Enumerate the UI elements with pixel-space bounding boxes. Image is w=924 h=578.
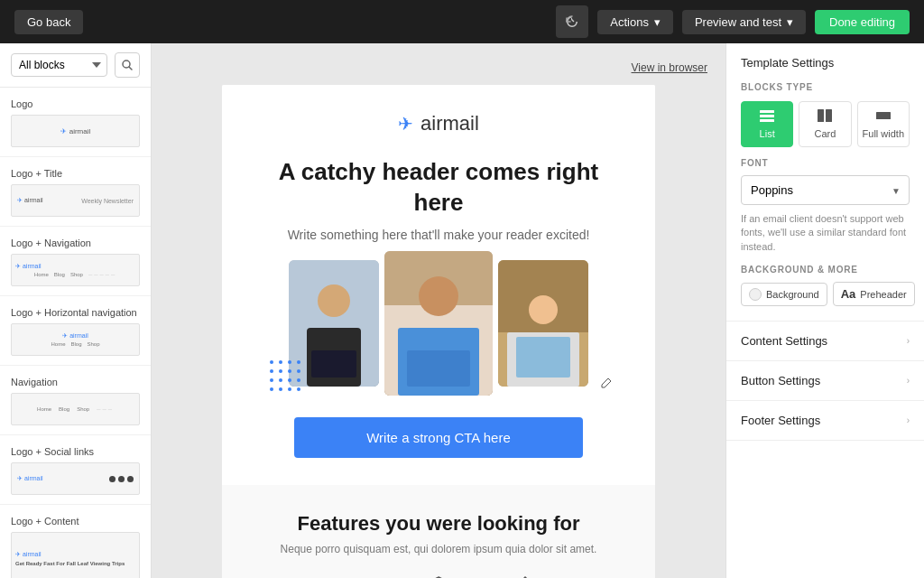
actions-button[interactable]: Actions ▾ [597,10,673,34]
blocks-filter-select[interactable]: All blocks [11,53,107,77]
svg-point-16 [288,387,291,391]
blocks-type-fullwidth-label: Full width [863,128,904,139]
sidebar-item-logo-content[interactable]: Logo + Content ✈ airmail Get Ready Fast … [0,505,151,578]
font-select-wrapper: Poppins Inter Roboto Open Sans ▼ [741,175,910,205]
sidebar-item-logo-social[interactable]: Logo + Social links ✈ airmail [0,435,151,505]
svg-point-4 [288,360,291,364]
background-color-swatch [749,288,762,301]
svg-point-7 [279,369,282,373]
done-editing-button[interactable]: Done editing [815,10,910,34]
svg-point-15 [279,387,282,391]
svg-point-6 [270,369,273,373]
sidebar-item-logo-nav-preview: ✈ airmail Home Blog Shop ───── [11,254,140,286]
blocks-type-card-button[interactable]: Card [799,101,851,147]
bg-label: BACKGROUND & MORE [741,265,910,275]
preview-button[interactable]: Preview and test ▾ [682,10,806,34]
svg-rect-39 [760,115,774,117]
history-icon [565,14,579,29]
content-settings-chevron-icon: › [907,336,910,346]
email-cta-button[interactable]: Write a strong CTA here [294,417,583,458]
features-icons-row [258,573,619,578]
svg-rect-41 [818,109,824,122]
footer-settings-chevron-icon: › [907,415,910,425]
preheader-label: Preheader [860,289,906,300]
history-button[interactable] [556,5,588,38]
header-right: Actions ▾ Preview and test ▾ Done editin… [556,5,910,38]
email-features-section: Features you were looking for Neque porr… [222,485,655,578]
background-button[interactable]: Background [741,283,827,306]
go-back-button[interactable]: Go back [14,10,83,34]
sidebar-item-logo-title-preview: ✈ airmail Weekly Newsletter [11,184,140,217]
footer-settings-header[interactable]: Footer Settings › [726,401,924,440]
preview-label: Preview and test [695,15,781,29]
svg-point-24 [419,276,458,316]
sidebar-item-logo[interactable]: Logo ✈ airmail [0,88,151,157]
main-layout: All blocks Logo ✈ airmail Logo + Title [0,43,924,578]
sidebar-item-nav-preview: Home Blog Shop ─── [11,393,140,425]
blocks-type-label: BLOCKS TYPE [741,82,910,92]
email-logo-icon: ✈ [398,113,413,135]
svg-rect-40 [760,119,774,122]
button-settings-chevron-icon: › [907,376,910,386]
header-left: Go back [14,10,83,34]
svg-point-13 [297,378,300,382]
sidebar-item-logo-preview: ✈ airmail [11,115,140,147]
blocks-type-buttons: List Card [741,101,910,147]
blocks-type-list-button[interactable]: List [741,101,793,147]
sidebar-search-button[interactable] [115,52,140,78]
email-logo: ✈ airmail [258,112,619,135]
dot-pattern-icon [267,358,312,403]
feature-icon-chart [341,573,370,578]
sidebar-item-logo-social-label: Logo + Social links [11,446,140,457]
svg-point-5 [297,360,300,364]
preheader-button[interactable]: Aa Preheader [833,282,915,306]
view-in-browser-link[interactable]: View in browser [632,61,707,74]
svg-rect-26 [407,350,470,387]
preview-chevron-icon: ▾ [787,15,793,29]
svg-point-29 [529,295,558,324]
sidebar-item-logo-nav-label: Logo + Navigation [11,238,140,248]
email-hero-section: ✈ airmail A catchy header comes right he… [222,85,655,485]
svg-point-17 [297,387,300,391]
features-title: Features you were looking for [258,512,619,536]
blocks-type-fullwidth-button[interactable]: Full width [857,101,910,147]
template-settings-label: Template Settings [741,56,834,70]
content-settings-label: Content Settings [741,334,827,348]
sidebar-item-logo-label: Logo [11,98,140,109]
svg-point-19 [318,284,350,317]
template-settings-header[interactable]: Template Settings [726,43,924,82]
template-settings-section: Template Settings BLOCKS TYPE [726,43,924,322]
person-image-3-graphic [498,260,588,387]
font-note: If an email client doesn't support web f… [741,212,910,254]
button-settings-label: Button Settings [741,374,820,387]
features-subtitle: Neque porro quisquam est, qui dolorem ip… [258,543,619,555]
sidebar-item-logo-social-preview: ✈ airmail [11,462,140,495]
image-edit-icon[interactable] [597,374,615,392]
bg-buttons: Background Aa Preheader [741,282,910,306]
email-image-3 [498,260,588,387]
svg-point-2 [270,360,273,364]
button-settings-section: Button Settings › [726,361,924,401]
sidebar-item-logo-nav[interactable]: Logo + Navigation ✈ airmail Home Blog Sh… [0,227,151,296]
sidebar-item-logo-title-label: Logo + Title [11,168,140,179]
sidebar-item-nav[interactable]: Navigation Home Blog Shop ─── [0,366,151,435]
template-settings-body: BLOCKS TYPE List [726,82,924,321]
svg-point-10 [270,378,273,382]
blocks-type-list-label: List [760,128,775,139]
email-hero-subtitle: Write something here that'll make your r… [258,228,619,242]
sidebar-item-logo-hnav[interactable]: Logo + Horizontal navigation ✈ airmail H… [0,296,151,366]
blocks-type-card-label: Card [815,128,836,139]
search-icon [122,60,133,70]
svg-point-3 [279,360,282,364]
background-label: Background [766,289,819,300]
svg-rect-43 [876,112,891,119]
sidebar-item-nav-label: Navigation [11,377,140,387]
sidebar-item-logo-hnav-preview: ✈ airmail Home Blog Shop [11,323,140,356]
footer-settings-label: Footer Settings [741,414,820,427]
sidebar-item-logo-title[interactable]: Logo + Title ✈ airmail Weekly Newsletter [0,157,151,227]
button-settings-header[interactable]: Button Settings › [726,361,924,400]
font-select[interactable]: Poppins Inter Roboto Open Sans [741,175,910,205]
content-settings-header[interactable]: Content Settings › [726,322,924,360]
svg-point-8 [288,369,291,373]
sidebar-item-logo-content-label: Logo + Content [11,516,140,527]
